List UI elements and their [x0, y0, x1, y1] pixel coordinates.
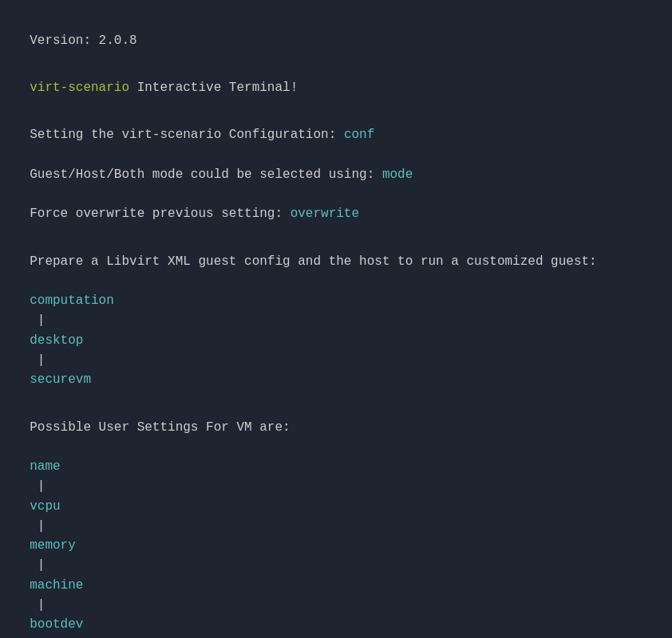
- vm-settings-header: Possible User Settings For VM are:: [14, 398, 658, 438]
- libvirt-header-text: Prepare a Libvirt XML guest config and t…: [30, 254, 597, 269]
- version-text: Version: 2.0.8: [30, 33, 136, 48]
- config-text-2: Guest/Host/Both mode could be selected u…: [30, 167, 382, 182]
- link-computation: computation: [30, 293, 114, 308]
- libvirt-links-line: computation | desktop | securevm: [14, 271, 658, 390]
- config-line-1: Setting the virt-scenario Configuration:…: [14, 105, 658, 145]
- config-link-mode: mode: [382, 167, 413, 182]
- config-line-3: Force overwrite previous setting: overwr…: [14, 185, 658, 225]
- vm-settings-links-line: name | vcpu | memory | machine | bootdev…: [14, 437, 658, 638]
- intro-suffix: Interactive Terminal!: [129, 81, 298, 95]
- link-desktop: desktop: [30, 333, 83, 348]
- vm-settings-header-text: Possible User Settings For VM are:: [30, 420, 290, 435]
- intro-line: virt-scenario Interactive Terminal!: [14, 58, 658, 98]
- sep1: |: [30, 313, 53, 328]
- config-link-conf: conf: [344, 128, 374, 142]
- config-line-2: Guest/Host/Both mode could be selected u…: [14, 145, 658, 185]
- link-bootdev: bootdev: [30, 617, 83, 632]
- config-text-1: Setting the virt-scenario Configuration:: [30, 128, 344, 142]
- config-text-3: Force overwrite previous setting:: [30, 207, 290, 221]
- config-link-overwrite: overwrite: [291, 207, 359, 221]
- version-line: Version: 2.0.8: [14, 11, 658, 51]
- link-machine: machine: [30, 578, 83, 593]
- sep2: |: [30, 353, 53, 368]
- virt-scenario-label: virt-scenario: [30, 81, 129, 95]
- link-securevm: securevm: [30, 372, 91, 387]
- libvirt-header: Prepare a Libvirt XML guest config and t…: [14, 232, 658, 272]
- link-memory: memory: [30, 538, 76, 553]
- link-vcpu: vcpu: [30, 499, 60, 514]
- link-name: name: [30, 459, 60, 474]
